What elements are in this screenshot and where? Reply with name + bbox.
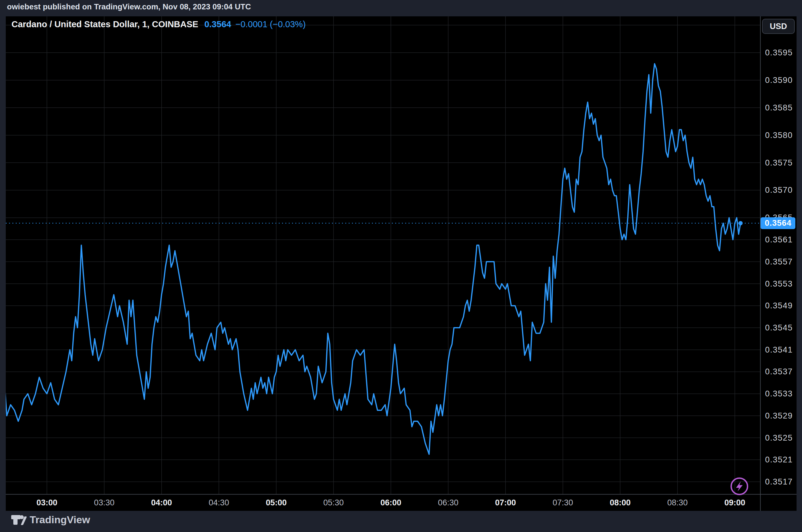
time-scale-label: 05:00 — [258, 498, 294, 507]
price-scale-label: 0.3517 — [765, 477, 795, 486]
price-scale-label: 0.3585 — [765, 103, 795, 112]
price-scale-label: 0.3537 — [765, 367, 795, 376]
price-scale-label: 0.3580 — [765, 131, 795, 139]
price-scale-label: 0.3570 — [765, 186, 795, 194]
price-scale-label: 0.3541 — [765, 346, 795, 354]
currency-toggle-button[interactable]: USD — [762, 19, 795, 34]
footer-bar: TradingView — [0, 511, 802, 532]
price-scale-label: 0.3529 — [765, 412, 795, 420]
time-scale-label: 03:00 — [29, 498, 65, 507]
price-scale-label: 0.3545 — [765, 323, 795, 332]
time-scale-label: 06:30 — [430, 498, 466, 507]
price-scale-label: 0.3590 — [765, 76, 795, 84]
time-scale-label: 04:30 — [200, 498, 237, 507]
price-scale-label: 0.3557 — [765, 258, 795, 266]
price-line-series — [5, 63, 741, 454]
price-scale-label: 0.3575 — [765, 158, 795, 167]
time-scale-label: 06:00 — [373, 498, 409, 507]
last-price-value: 0.3564 — [204, 19, 231, 29]
footer-brand-text[interactable]: TradingView — [30, 514, 90, 526]
lightning-flash-button[interactable] — [730, 477, 749, 496]
time-scale-label: 08:30 — [660, 498, 696, 507]
price-chart-canvas[interactable] — [0, 0, 802, 532]
price-scale-label: 0.3549 — [765, 301, 795, 310]
tradingview-screenshot: owiebest published on TradingView.com, N… — [0, 0, 802, 532]
price-scale-label: 0.3595 — [765, 49, 795, 57]
time-scale-label: 07:00 — [487, 498, 523, 507]
price-scale-label: 0.3533 — [765, 390, 795, 398]
price-scale-label: 0.3553 — [765, 280, 795, 288]
symbol-title[interactable]: Cardano / United States Dollar, 1, COINB… — [12, 19, 198, 29]
price-scale-label: 0.3561 — [765, 235, 795, 244]
time-scale-label: 05:30 — [316, 498, 352, 507]
lightning-flash-icon — [730, 477, 749, 496]
tradingview-logo[interactable] — [11, 515, 27, 528]
price-scale-label: 0.3525 — [765, 434, 795, 442]
price-scale-label: 0.3521 — [765, 455, 795, 464]
time-scale-label: 08:00 — [602, 498, 638, 507]
price-change-value: −0.0001 (−0.03%) — [235, 19, 306, 29]
time-scale-label: 07:30 — [545, 498, 581, 507]
current-price-label[interactable]: 0.3564 — [761, 217, 795, 229]
chart-legend-row[interactable]: Cardano / United States Dollar, 1, COINB… — [12, 19, 306, 30]
time-scale-label: 04:00 — [144, 498, 180, 507]
time-scale-label: 09:00 — [717, 498, 753, 507]
time-scale-label: 03:30 — [86, 498, 122, 507]
